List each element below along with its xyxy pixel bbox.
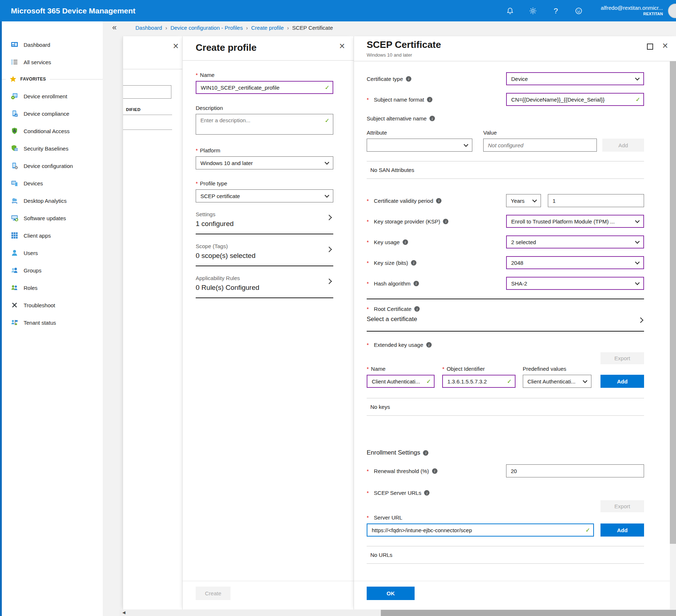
scroll-left-arrow-icon[interactable]: ◀ bbox=[122, 610, 125, 615]
key-size-label: Key size (bits) bbox=[367, 260, 416, 266]
key-size-select[interactable]: 2048 bbox=[506, 256, 644, 269]
hash-algorithm-label: Hash algorithm bbox=[367, 280, 419, 287]
profile-type-select[interactable]: SCEP certificate bbox=[196, 189, 333, 202]
sidebar-item-users[interactable]: Users bbox=[0, 244, 103, 262]
root-certificate-section[interactable]: Root Certificate Select a certificate bbox=[367, 306, 644, 323]
vertical-scrollbar bbox=[670, 61, 676, 609]
urls-export-button[interactable]: Export bbox=[600, 500, 644, 512]
breadcrumb-dashboard[interactable]: Dashboard bbox=[135, 25, 162, 31]
server-url-input[interactable] bbox=[367, 523, 594, 537]
help-icon[interactable]: ? bbox=[551, 6, 561, 16]
hash-algorithm-select[interactable]: SHA-2 bbox=[506, 277, 644, 290]
sidebar-item-client-apps[interactable]: Client apps bbox=[0, 227, 103, 244]
sidebar-item-groups[interactable]: Groups bbox=[0, 262, 103, 279]
chevron-down-icon bbox=[635, 218, 640, 223]
info-icon[interactable] bbox=[426, 342, 432, 348]
validity-number-input[interactable] bbox=[548, 194, 644, 207]
description-input[interactable] bbox=[196, 114, 333, 135]
profiles-search-input[interactable] bbox=[123, 86, 171, 98]
certificate-type-row: Certificate type Device bbox=[367, 72, 644, 85]
account-info[interactable]: alfredo@rextitan.onmicr... REXTITAN bbox=[601, 5, 663, 17]
info-icon[interactable] bbox=[429, 116, 435, 121]
san-attribute-select[interactable] bbox=[367, 139, 472, 152]
notifications-bell-icon[interactable] bbox=[505, 6, 515, 16]
settings-section-link[interactable]: Settings 1 configured bbox=[196, 202, 333, 234]
info-icon[interactable] bbox=[432, 468, 437, 474]
sidebar-item-troubleshoot[interactable]: Troubleshoot bbox=[0, 296, 103, 314]
validity-unit-select[interactable]: Years bbox=[506, 194, 541, 207]
san-add-button[interactable]: Add bbox=[602, 139, 644, 152]
client-apps-icon bbox=[11, 232, 18, 239]
horizontal-scrollbar-thumb[interactable] bbox=[381, 610, 676, 616]
key-size-row: Key size (bits) 2048 bbox=[367, 256, 644, 269]
ok-button[interactable]: OK bbox=[367, 587, 415, 600]
key-usage-select[interactable]: 2 selected bbox=[506, 235, 644, 249]
name-input[interactable] bbox=[196, 81, 333, 94]
breadcrumb-device-configuration-profiles[interactable]: Device configuration - Profiles bbox=[170, 25, 243, 31]
user-email: alfredo@rextitan.onmicr... bbox=[601, 5, 663, 12]
sidebar-item-tenant-status[interactable]: Tenant status bbox=[0, 314, 103, 331]
no-urls-text: No URLs bbox=[367, 546, 644, 563]
info-icon[interactable] bbox=[414, 281, 419, 286]
sidebar-item-dashboard[interactable]: Dashboard bbox=[0, 36, 103, 53]
roles-icon bbox=[11, 284, 18, 291]
divider bbox=[367, 299, 644, 299]
vertical-scrollbar-thumb[interactable] bbox=[670, 61, 676, 544]
maximize-icon[interactable] bbox=[647, 44, 653, 50]
close-icon[interactable]: × bbox=[173, 41, 179, 51]
all-services-icon bbox=[11, 58, 18, 66]
applicability-rules-section-link[interactable]: Applicability Rules 0 Rule(s) Configured bbox=[196, 266, 333, 298]
valid-check-icon: ✓ bbox=[325, 84, 330, 91]
sidebar-collapse-icon[interactable]: « bbox=[112, 23, 117, 32]
eku-export-button[interactable]: Export bbox=[600, 352, 644, 364]
feedback-smiley-icon[interactable] bbox=[574, 6, 583, 16]
info-icon[interactable] bbox=[414, 306, 420, 312]
sidebar-item-software-updates[interactable]: Software updates bbox=[0, 209, 103, 227]
subject-name-format-input[interactable] bbox=[506, 93, 644, 106]
sidebar-accent-strip bbox=[0, 21, 2, 616]
eku-predefined-select[interactable]: Client Authenticati... bbox=[523, 375, 591, 388]
avatar[interactable] bbox=[668, 4, 676, 18]
sidebar-item-all-services[interactable]: All services bbox=[0, 53, 103, 71]
horizontal-scrollbar: ◀ bbox=[119, 610, 676, 616]
sidebar-item-desktop-analytics[interactable]: Desktop Analytics bbox=[0, 192, 103, 209]
description-label: Description bbox=[196, 105, 333, 111]
server-url-add-button[interactable]: Add bbox=[600, 523, 644, 537]
sidebar-item-device-enrollment[interactable]: Device enrollment bbox=[0, 87, 103, 105]
info-icon[interactable] bbox=[427, 97, 432, 102]
renewal-threshold-input[interactable] bbox=[506, 464, 644, 477]
sidebar-item-conditional-access[interactable]: Conditional Access bbox=[0, 122, 103, 140]
info-icon[interactable] bbox=[411, 260, 416, 266]
eku-add-button[interactable]: Add bbox=[600, 375, 644, 388]
hash-algorithm-value: SHA-2 bbox=[511, 280, 527, 287]
close-icon[interactable]: × bbox=[662, 41, 668, 51]
eku-name-input[interactable] bbox=[367, 375, 435, 388]
sidebar-item-devices[interactable]: Devices bbox=[0, 174, 103, 192]
chevron-down-icon bbox=[464, 142, 468, 147]
app-window: Microsoft 365 Device Management bbox=[0, 0, 676, 616]
breadcrumb-create-profile[interactable]: Create profile bbox=[251, 25, 284, 31]
valid-check-icon: ✓ bbox=[325, 117, 330, 124]
sidebar-item-device-compliance[interactable]: Device compliance bbox=[0, 105, 103, 122]
certificate-type-select[interactable]: Device bbox=[506, 72, 644, 85]
san-value-input[interactable] bbox=[483, 139, 597, 152]
settings-gear-icon[interactable] bbox=[528, 6, 538, 16]
scope-tags-section-link[interactable]: Scope (Tags) 0 scope(s) selected bbox=[196, 234, 333, 266]
platform-select[interactable]: Windows 10 and later bbox=[196, 156, 333, 169]
sidebar-item-security-baselines[interactable]: Security Baselines bbox=[0, 140, 103, 157]
sidebar-item-device-configuration[interactable]: Device configuration bbox=[0, 157, 103, 174]
app-title: Microsoft 365 Device Management bbox=[11, 7, 135, 15]
info-icon[interactable] bbox=[443, 219, 448, 224]
info-icon[interactable] bbox=[406, 76, 411, 82]
close-icon[interactable]: × bbox=[339, 41, 345, 51]
info-icon[interactable] bbox=[423, 450, 428, 456]
info-icon[interactable] bbox=[424, 490, 429, 496]
info-icon[interactable] bbox=[403, 239, 408, 245]
sidebar-item-roles[interactable]: Roles bbox=[0, 279, 103, 296]
info-icon[interactable] bbox=[436, 198, 441, 204]
create-button[interactable]: Create bbox=[196, 587, 231, 600]
platform-value: Windows 10 and later bbox=[200, 160, 253, 166]
eku-oid-input[interactable] bbox=[442, 375, 515, 388]
ksp-select[interactable]: Enroll to Trusted Platform Module (TPM) … bbox=[506, 215, 644, 228]
blade-subtitle: Windows 10 and later bbox=[367, 52, 412, 58]
